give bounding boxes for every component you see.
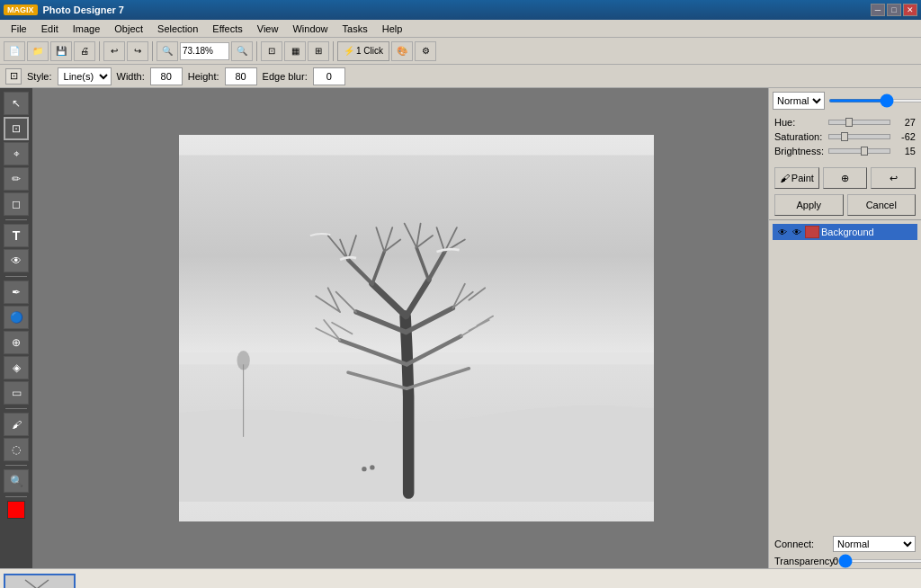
menu-view[interactable]: View bbox=[250, 22, 286, 36]
tree-svg bbox=[179, 135, 654, 521]
height-input[interactable] bbox=[225, 67, 257, 85]
app-logo: MAGIX bbox=[4, 4, 38, 15]
toolbar: 📄 📁 💾 🖨 ↩ ↪ 🔍 🔍 ⊡ ▦ ⊞ ⚡ 1 Click 🎨 ⚙ bbox=[0, 38, 921, 65]
tool-select[interactable]: ⊡ bbox=[4, 117, 29, 140]
brightness-thumb[interactable] bbox=[861, 147, 868, 156]
menu-window[interactable]: Window bbox=[285, 22, 335, 36]
toolbar-zoom-in[interactable]: 🔍 bbox=[231, 41, 253, 61]
tool-sep1 bbox=[5, 219, 27, 220]
main-layout: ↖ ⊡ ⌖ ✏ ◻ T 👁 ✒ 🔵 ⊕ ◈ ▭ 🖌 ◌ 🔍 bbox=[0, 88, 921, 568]
svg-point-6 bbox=[370, 465, 374, 469]
menu-edit[interactable]: Edit bbox=[34, 22, 66, 36]
layer-item[interactable]: 👁 👁 Background bbox=[773, 224, 917, 240]
tool-eraser[interactable]: ◻ bbox=[4, 192, 29, 216]
one-click-label: 1 Click bbox=[356, 46, 383, 56]
tool-text[interactable]: T bbox=[4, 224, 29, 247]
toolbar-open[interactable]: 📁 bbox=[27, 41, 49, 61]
menu-selection[interactable]: Selection bbox=[150, 22, 205, 36]
tool-paint[interactable]: 🖌 bbox=[4, 413, 29, 436]
saturation-label: Saturation: bbox=[774, 131, 828, 142]
brightness-track bbox=[828, 148, 890, 154]
tool-smudge[interactable]: ◌ bbox=[4, 438, 29, 461]
tool-cursor[interactable]: ↖ bbox=[4, 92, 29, 115]
canvas-gray-right bbox=[654, 135, 747, 521]
edge-blur-input[interactable] bbox=[313, 67, 345, 85]
title-bar: MAGIX Photo Designer 7 ─ □ ✕ bbox=[0, 0, 921, 20]
title-bar-left: MAGIX Photo Designer 7 bbox=[4, 4, 124, 15]
toolbar-new[interactable]: 📄 bbox=[4, 41, 25, 61]
saturation-row: Saturation: -62 bbox=[774, 131, 916, 142]
cancel-button[interactable]: Cancel bbox=[847, 194, 917, 216]
tool-pen[interactable]: ✒ bbox=[4, 281, 29, 304]
transparency-label: Transparency: bbox=[774, 556, 833, 566]
opacity-slider[interactable] bbox=[828, 99, 921, 102]
tool-fill[interactable]: ◈ bbox=[4, 356, 29, 379]
tool-lasso[interactable]: ⌖ bbox=[4, 142, 29, 165]
paint-actions: 🖌 Paint ⊕ ↩ bbox=[769, 164, 921, 192]
brightness-value: 15 bbox=[890, 146, 916, 156]
width-input[interactable] bbox=[150, 67, 183, 85]
toolbar-adjust[interactable]: 🎨 bbox=[391, 41, 413, 61]
canvas-image[interactable] bbox=[179, 135, 654, 521]
tool-heal[interactable]: ⊕ bbox=[4, 331, 29, 354]
paint-button[interactable]: 🖌 Paint bbox=[774, 167, 819, 189]
sep2 bbox=[152, 41, 153, 61]
toolbar-snap[interactable]: ⊞ bbox=[308, 41, 329, 61]
maximize-button[interactable]: □ bbox=[887, 4, 901, 16]
options-bar: ⊡ Style: Line(s) Width: Height: Edge blu… bbox=[0, 65, 921, 88]
toolbar-settings[interactable]: ⚙ bbox=[415, 41, 436, 61]
canvas-area[interactable] bbox=[32, 88, 768, 568]
transparency-slider[interactable] bbox=[838, 559, 921, 563]
layers-section: 👁 👁 Background bbox=[769, 219, 921, 534]
brightness-label: Brightness: bbox=[774, 146, 828, 156]
menu-image[interactable]: Image bbox=[66, 22, 108, 36]
canvas-wrapper bbox=[54, 135, 747, 521]
hue-slider-container bbox=[828, 117, 890, 128]
apply-button[interactable]: Apply bbox=[774, 194, 844, 216]
tool-sep2 bbox=[5, 276, 27, 277]
width-label: Width: bbox=[117, 71, 145, 82]
tool-stamp[interactable]: 🔵 bbox=[4, 306, 29, 329]
style-dropdown[interactable]: Line(s) bbox=[58, 67, 112, 85]
connect-dropdown[interactable]: Normal bbox=[833, 536, 916, 552]
menu-effects[interactable]: Effects bbox=[205, 22, 249, 36]
hue-row: Hue: 27 bbox=[774, 117, 916, 128]
layer-lock-icon[interactable]: 👁 bbox=[791, 226, 803, 238]
tool-sep4 bbox=[5, 465, 27, 466]
tool-zoom[interactable]: 🔍 bbox=[4, 469, 29, 493]
tool-brush[interactable]: ✏ bbox=[4, 167, 29, 191]
toolbar-zoom-out[interactable]: 🔍 bbox=[156, 41, 178, 61]
effect-icon-1: ⊕ bbox=[841, 173, 849, 184]
toolbar-save[interactable]: 💾 bbox=[50, 41, 72, 61]
menu-file[interactable]: File bbox=[4, 22, 34, 36]
layer-visibility-eye[interactable]: 👁 bbox=[776, 226, 789, 238]
tool-eye[interactable]: 👁 bbox=[4, 249, 29, 272]
zoom-input[interactable] bbox=[180, 42, 229, 60]
saturation-thumb[interactable] bbox=[841, 132, 848, 141]
toolbar-fit[interactable]: ⊡ bbox=[261, 41, 282, 61]
toolbar-grid[interactable]: ▦ bbox=[284, 41, 306, 61]
saturation-slider-container bbox=[828, 131, 890, 142]
right-panel: Normal Hue: 27 Saturation: bbox=[768, 88, 921, 568]
menu-help[interactable]: Help bbox=[375, 22, 410, 36]
layer-thumbnail bbox=[805, 226, 819, 238]
brightness-row: Brightness: 15 bbox=[774, 146, 916, 156]
filmstrip-thumbnail-0 bbox=[5, 575, 74, 589]
effect-btn-2[interactable]: ↩ bbox=[871, 167, 916, 189]
hue-thumb[interactable] bbox=[845, 118, 853, 127]
toolbar-print[interactable]: 🖨 bbox=[74, 41, 95, 61]
menu-tasks[interactable]: Tasks bbox=[335, 22, 375, 36]
hue-label: Hue: bbox=[774, 117, 828, 128]
color-swatch[interactable] bbox=[7, 501, 25, 519]
toolbar-undo[interactable]: ↩ bbox=[103, 41, 125, 61]
effect-btn-1[interactable]: ⊕ bbox=[823, 167, 868, 189]
one-click-btn[interactable]: ⚡ 1 Click bbox=[337, 41, 389, 61]
tool-gradient[interactable]: ▭ bbox=[4, 381, 29, 405]
selection-icon[interactable]: ⊡ bbox=[5, 68, 22, 85]
filmstrip-item-0[interactable]: Winter.jpg* bbox=[4, 574, 76, 589]
menu-object[interactable]: Object bbox=[107, 22, 150, 36]
close-button[interactable]: ✕ bbox=[903, 4, 917, 16]
minimize-button[interactable]: ─ bbox=[871, 4, 885, 16]
toolbar-redo[interactable]: ↪ bbox=[127, 41, 148, 61]
blend-mode-dropdown[interactable]: Normal bbox=[773, 92, 825, 110]
